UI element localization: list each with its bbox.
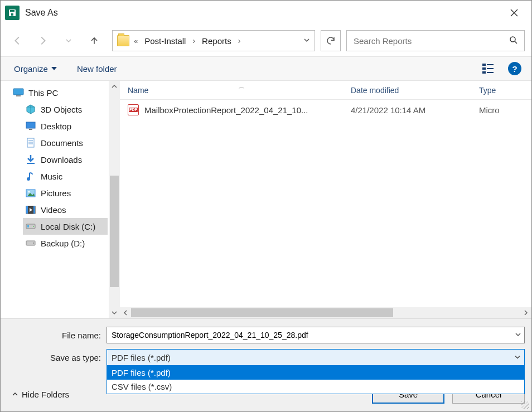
breadcrumb-item[interactable]: Reports — [200, 35, 234, 47]
breadcrumb-item[interactable]: Post-Install — [142, 35, 188, 47]
tree-item-pictures[interactable]: Pictures — [23, 185, 108, 201]
navigation-tree: This PC 3D Objects Desktop Documents — [1, 84, 120, 251]
tree-label: Desktop — [41, 122, 71, 131]
svg-rect-2 — [11, 13, 13, 16]
scroll-down-icon[interactable] — [109, 307, 120, 318]
chevron-right-icon: › — [192, 36, 195, 45]
file-row[interactable]: PDF MailboxProtectionReport_2022_04_21_1… — [120, 100, 531, 120]
column-label: Date modified — [351, 86, 399, 95]
svg-rect-12 — [487, 72, 494, 73]
svg-rect-13 — [13, 89, 23, 95]
sort-ascending-icon: ︿ — [239, 83, 245, 91]
folder-icon — [117, 35, 129, 46]
scroll-right-icon[interactable] — [520, 310, 531, 316]
scroll-thumb[interactable] — [110, 176, 119, 287]
new-folder-button[interactable]: New folder — [74, 62, 120, 76]
cube-icon — [25, 104, 36, 114]
search-box[interactable] — [346, 30, 525, 51]
saveastype-combo[interactable]: PDF files (*.pdf) — [107, 349, 525, 366]
svg-rect-20 — [27, 138, 34, 147]
disk-icon — [25, 221, 36, 231]
main-area: This PC 3D Objects Desktop Documents — [1, 81, 531, 318]
save-as-dialog: Save As « Post-Install › Reports › — [0, 0, 532, 412]
column-header-type[interactable]: Type — [471, 81, 516, 99]
organize-label: Organize — [14, 64, 48, 74]
tree-label: Downloads — [41, 155, 82, 164]
svg-rect-10 — [487, 68, 494, 69]
tree-label: Pictures — [41, 188, 71, 198]
tree-label: Local Disk (C:) — [41, 222, 95, 231]
hide-folders-button[interactable]: Hide Folders — [7, 390, 69, 399]
file-name: MailboxProtectionReport_2022_04_21_10... — [144, 105, 308, 115]
scroll-track[interactable] — [131, 307, 520, 318]
svg-line-6 — [515, 41, 517, 43]
forward-button[interactable] — [33, 31, 53, 51]
videos-icon — [25, 205, 36, 215]
svg-point-5 — [510, 37, 515, 42]
file-list[interactable]: PDF MailboxProtectionReport_2022_04_21_1… — [120, 100, 531, 307]
sidebar-scrollbar[interactable] — [109, 81, 120, 318]
svg-rect-14 — [16, 95, 21, 96]
column-header-date[interactable]: Date modified — [343, 81, 471, 99]
svg-rect-18 — [26, 122, 35, 128]
navigation-row: « Post-Install › Reports › — [1, 25, 531, 56]
toolbar: Organize New folder ? — [1, 56, 531, 81]
tree-item-videos[interactable]: Videos — [23, 201, 108, 218]
desktop-icon — [25, 121, 36, 131]
dropdown-option[interactable]: CSV files (*.csv) — [107, 380, 524, 394]
filename-label: File name: — [7, 331, 107, 340]
search-icon — [509, 35, 519, 47]
tree-item-documents[interactable]: Documents — [23, 134, 108, 151]
svg-rect-19 — [29, 129, 32, 130]
horizontal-scrollbar[interactable] — [120, 307, 531, 318]
resize-grip-icon[interactable] — [521, 401, 529, 409]
breadcrumb-prefix: « — [134, 37, 138, 45]
close-button[interactable] — [501, 4, 527, 22]
column-headers: Name ︿ Date modified Type — [120, 81, 531, 100]
tree-item-downloads[interactable]: Downloads — [23, 151, 108, 168]
organize-button[interactable]: Organize — [11, 62, 60, 76]
file-date: 4/21/2022 10:14 AM — [351, 105, 479, 115]
tree-item-backup-d[interactable]: Backup (D:) — [23, 235, 108, 251]
bottom-panel: File name: Save as type: PDF files (*.pd… — [1, 318, 531, 411]
dropdown-option[interactable]: PDF files (*.pdf) — [107, 366, 524, 380]
chevron-down-icon — [514, 353, 521, 362]
chevron-right-icon: › — [238, 36, 241, 45]
svg-rect-1 — [10, 10, 14, 12]
refresh-button[interactable] — [321, 30, 341, 51]
tree-item-this-pc[interactable]: This PC — [11, 84, 108, 101]
tree-item-3d-objects[interactable]: 3D Objects — [23, 101, 108, 118]
tree-item-desktop[interactable]: Desktop — [23, 118, 108, 134]
back-button[interactable] — [7, 31, 27, 51]
titlebar: Save As — [1, 1, 531, 25]
tree-item-local-disk-c[interactable]: Local Disk (C:) — [23, 218, 108, 235]
column-label: Type — [479, 86, 496, 95]
scroll-left-icon[interactable] — [120, 310, 131, 316]
address-bar[interactable]: « Post-Install › Reports › — [112, 30, 315, 51]
svg-point-27 — [28, 191, 30, 192]
help-button[interactable]: ? — [508, 62, 521, 75]
tree-label: 3D Objects — [41, 105, 82, 114]
tree-item-music[interactable]: Music — [23, 168, 108, 185]
filename-input[interactable] — [107, 327, 525, 343]
recent-locations-button[interactable] — [59, 31, 79, 51]
svg-point-37 — [33, 243, 34, 244]
svg-rect-7 — [482, 64, 486, 66]
svg-point-25 — [27, 177, 30, 181]
window-title: Save As — [25, 8, 58, 18]
scroll-track[interactable] — [109, 92, 120, 307]
chevron-down-icon[interactable] — [303, 36, 310, 45]
column-label: Name — [128, 86, 148, 95]
up-button[interactable] — [84, 31, 104, 51]
scroll-thumb[interactable] — [131, 308, 393, 317]
sidebar: This PC 3D Objects Desktop Documents — [1, 81, 120, 318]
file-type: Micro — [479, 105, 524, 115]
tree-label: Documents — [41, 138, 83, 148]
pdf-file-icon: PDF — [128, 104, 139, 115]
column-header-name[interactable]: Name ︿ — [120, 81, 343, 99]
search-input[interactable] — [352, 36, 509, 46]
scroll-up-icon[interactable] — [109, 81, 120, 92]
disk-icon — [25, 238, 36, 248]
tree-label: Videos — [41, 205, 66, 215]
view-options-button[interactable] — [482, 64, 498, 74]
